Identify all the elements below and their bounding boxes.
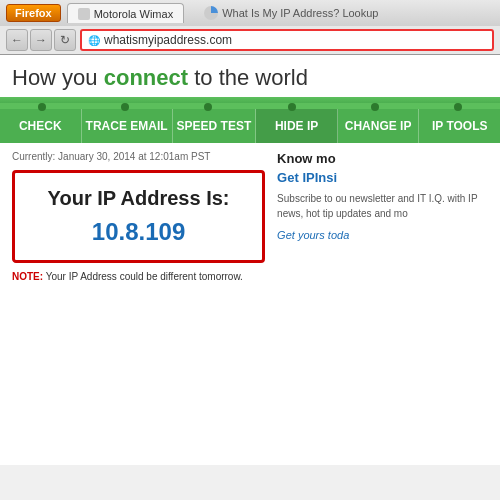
green-nav: CHECK TRACE EMAIL SPEED TEST HIDE IP CHA… — [0, 103, 500, 143]
ip-address: 10.8.109 — [25, 218, 252, 246]
firefox-menu-button[interactable]: Firefox — [6, 4, 61, 22]
globe-icon: 🌐 — [88, 35, 100, 46]
tab-loading-spinner — [204, 6, 218, 20]
website-content: How you connect to the world CHECK TRACE… — [0, 55, 500, 465]
note-text: Your IP Address could be different tomor… — [43, 271, 243, 282]
right-panel: Know mo Get IPInsi Subscribe to ou newsl… — [277, 151, 488, 282]
address-box[interactable]: 🌐 whatismyipaddress.com — [80, 29, 494, 51]
ip-label: Your IP Address Is: — [25, 187, 252, 210]
nav-items: CHECK TRACE EMAIL SPEED TEST HIDE IP CHA… — [0, 109, 500, 143]
tagline-start: How you — [12, 65, 104, 90]
nav-check[interactable]: CHECK — [0, 109, 82, 143]
ip-box: Your IP Address Is: 10.8.109 — [12, 170, 265, 263]
ip-note: NOTE: Your IP Address could be different… — [12, 271, 265, 282]
tab-favicon — [78, 8, 90, 20]
tab-motorola-label: Motorola Wimax — [94, 8, 173, 20]
title-bar: Firefox Motorola Wimax What Is My IP Add… — [0, 0, 500, 26]
timestamp: Currently: January 30, 2014 at 12:01am P… — [12, 151, 265, 162]
nav-dot — [371, 103, 379, 111]
left-panel: Currently: January 30, 2014 at 12:01am P… — [12, 151, 265, 282]
nav-dot — [454, 103, 462, 111]
right-sub: Get IPInsi — [277, 170, 488, 185]
get-yours: Get yours toda — [277, 229, 488, 241]
tagline-end: to the world — [188, 65, 308, 90]
nav-change-ip[interactable]: CHANGE IP — [338, 109, 420, 143]
nav-dots — [0, 103, 500, 109]
nav-trace-email[interactable]: TRACE EMAIL — [82, 109, 173, 143]
back-button[interactable]: ← — [6, 29, 28, 51]
right-body: Subscribe to ou newsletter and IT I.Q. w… — [277, 191, 488, 221]
note-label: NOTE: — [12, 271, 43, 282]
tab-whatismyip-label: What Is My IP Address? Lookup — [222, 7, 378, 19]
nav-dot — [38, 103, 46, 111]
nav-hide-ip[interactable]: HIDE IP — [256, 109, 338, 143]
tab-motorola[interactable]: Motorola Wimax — [67, 3, 184, 23]
nav-dot — [288, 103, 296, 111]
tab-whatismyip[interactable]: What Is My IP Address? Lookup — [190, 3, 388, 23]
nav-dot — [204, 103, 212, 111]
nav-dot — [121, 103, 129, 111]
address-text: whatismyipaddress.com — [104, 33, 232, 47]
browser-chrome: Firefox Motorola Wimax What Is My IP Add… — [0, 0, 500, 55]
main-content: Currently: January 30, 2014 at 12:01am P… — [0, 143, 500, 290]
nav-buttons: ← → ↻ — [6, 29, 76, 51]
site-header: How you connect to the world — [0, 55, 500, 97]
forward-button[interactable]: → — [30, 29, 52, 51]
nav-ip-tools[interactable]: IP TOOLS — [419, 109, 500, 143]
reload-button[interactable]: ↻ — [54, 29, 76, 51]
address-bar-row: ← → ↻ 🌐 whatismyipaddress.com — [0, 26, 500, 54]
right-title: Know mo — [277, 151, 488, 166]
tagline-connect: connect — [104, 65, 188, 90]
nav-speed-test[interactable]: SPEED TEST — [173, 109, 257, 143]
site-tagline: How you connect to the world — [12, 65, 488, 91]
